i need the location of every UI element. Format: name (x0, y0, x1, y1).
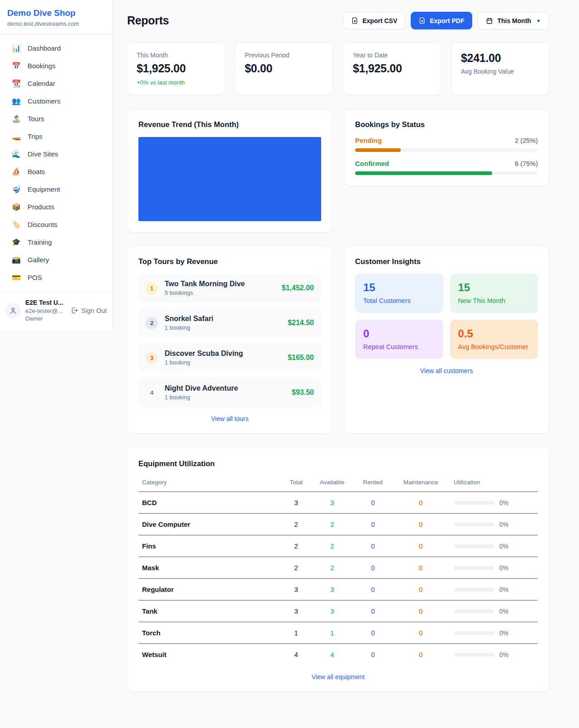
sidebar-item-tours[interactable]: 🏝️Tours (0, 110, 112, 128)
insight-value: 15 (458, 281, 530, 294)
stat-value: $1,925.00 (353, 62, 432, 75)
file-download-icon (351, 17, 358, 24)
sidebar-item-dive-sites[interactable]: 🌊Dive Sites (0, 145, 112, 163)
pos-icon: 💳 (12, 273, 21, 282)
user-name: E2E Test U... (25, 298, 63, 307)
tour-revenue: $214.50 (288, 319, 314, 327)
trips-icon: 🚤 (12, 132, 21, 141)
cell-utilization: 0% (450, 557, 538, 579)
cell-total: 1 (282, 622, 310, 644)
column-header: Total (282, 474, 310, 492)
stat-value: $0.00 (245, 62, 323, 75)
avatar (5, 303, 21, 318)
sign-out-icon (71, 307, 78, 314)
table-row: Torch11000% (138, 622, 538, 644)
column-header: Category (138, 474, 282, 492)
rank-badge: 2 (146, 317, 158, 329)
cell-available: 2 (310, 557, 355, 579)
sidebar-item-gallery[interactable]: 📸Gallery (0, 251, 112, 269)
utilization-percent: 0% (499, 564, 508, 572)
tour-bookings: 1 booking (165, 324, 214, 331)
cell-total: 2 (282, 535, 310, 557)
brand: Demo Dive Shop demo.test.divestreams.com (0, 0, 112, 33)
status-count: 6 (75%) (515, 160, 538, 167)
cell-utilization: 0% (450, 492, 538, 514)
cell-rented: 0 (354, 622, 391, 644)
sign-out-button[interactable]: Sign Out (71, 307, 107, 314)
tour-bookings: 5 bookings (165, 289, 245, 296)
insight-tile: 0Repeat Customers (355, 320, 443, 359)
utilization-percent: 0% (499, 543, 508, 550)
sidebar-item-bookings[interactable]: 📅Bookings (0, 57, 112, 75)
utilization-percent: 0% (499, 608, 508, 615)
page-title: Reports (127, 14, 169, 27)
column-header: Maintenance (392, 474, 450, 492)
tour-bookings: 1 booking (165, 394, 238, 401)
customers-icon: 👥 (12, 97, 21, 105)
cell-total: 3 (282, 579, 310, 600)
sidebar-item-customers[interactable]: 👥Customers (0, 92, 112, 110)
stat-delta: +0% vs last month (137, 79, 215, 86)
sidebar-item-trips[interactable]: 🚤Trips (0, 128, 112, 145)
insight-tile: 0.5Avg Bookings/Customer (450, 320, 538, 359)
sidebar-item-discounts[interactable]: 🏷️Discounts (0, 216, 112, 233)
cell-maintenance: 0 (392, 644, 450, 666)
shop-name: Demo Dive Shop (7, 8, 105, 18)
equipment-icon: 🤿 (12, 185, 21, 194)
utilization-bar (454, 631, 494, 635)
utilization-percent: 0% (499, 629, 508, 637)
utilization-bar (454, 588, 494, 591)
sidebar-item-dashboard[interactable]: 📊Dashboard (0, 39, 112, 57)
status-label: Pending (355, 137, 382, 144)
boats-icon: ⛵ (12, 167, 21, 176)
utilization-bar (454, 544, 494, 548)
sidebar-item-boats[interactable]: ⛵Boats (0, 163, 112, 180)
customer-insights-card: Customer Insights 15Total Customers15New… (344, 246, 549, 434)
cell-category: Tank (138, 600, 282, 622)
export-pdf-label: Export PDF (430, 17, 464, 24)
utilization-wrap: 0% (454, 499, 534, 506)
customer-insights-title: Customer Insights (355, 257, 538, 266)
equipment-utilization-title: Equipment Utilization (138, 459, 538, 468)
gallery-icon: 📸 (12, 255, 21, 264)
sidebar-item-equipment[interactable]: 🤿Equipment (0, 180, 112, 198)
tour-row[interactable]: 4Night Dive Adventure1 booking$93.50 (138, 378, 321, 407)
cell-available: 2 (310, 514, 355, 535)
tour-info: Two Tank Morning Dive5 bookings (165, 280, 245, 296)
utilization-percent: 0% (499, 586, 508, 593)
app-root: Demo Dive Shop demo.test.divestreams.com… (0, 0, 579, 710)
tour-row[interactable]: 1Two Tank Morning Dive5 bookings$1,452.0… (138, 274, 321, 303)
cell-total: 2 (282, 557, 310, 579)
cell-category: Torch (138, 622, 282, 644)
sidebar-item-label: Boats (28, 168, 45, 175)
sidebar-item-pos[interactable]: 💳POS (0, 269, 112, 286)
view-all-equipment-link[interactable]: View all equipment (138, 673, 538, 681)
stat-label: Avg Booking Value (461, 68, 540, 75)
cell-rented: 0 (354, 600, 391, 622)
stat-label: This Month (137, 52, 215, 59)
sidebar: Demo Dive Shop demo.test.divestreams.com… (0, 0, 113, 331)
tour-row[interactable]: 2Snorkel Safari1 booking$214.50 (138, 308, 321, 337)
view-all-tours-link[interactable]: View all tours (138, 415, 321, 422)
period-dropdown[interactable]: This Month ▼ (478, 12, 549, 29)
status-progress-fill (355, 148, 401, 152)
sidebar-item-calendar[interactable]: 📆Calendar (0, 75, 112, 92)
table-row: Regulator33000% (138, 579, 538, 600)
sidebar-item-label: Calendar (28, 80, 55, 87)
bookings-by-status-title: Bookings by Status (355, 120, 538, 129)
tour-bookings: 1 booking (165, 359, 243, 366)
stat-label: Year to Date (353, 52, 432, 59)
discounts-icon: 🏷️ (12, 220, 21, 229)
cell-total: 3 (282, 600, 310, 622)
cell-available: 3 (310, 492, 355, 514)
sidebar-item-products[interactable]: 📦Products (0, 198, 112, 216)
tour-row[interactable]: 3Discover Scuba Diving1 booking$165.00 (138, 343, 321, 372)
export-csv-button[interactable]: Export CSV (343, 12, 405, 29)
sidebar-item-label: Equipment (28, 185, 60, 193)
view-all-customers-link[interactable]: View all customers (355, 367, 538, 374)
tour-name: Snorkel Safari (165, 315, 214, 323)
sidebar-item-training[interactable]: 🎓Training (0, 233, 112, 251)
tour-name: Two Tank Morning Dive (165, 280, 245, 288)
status-head: Confirmed6 (75%) (355, 160, 538, 167)
export-pdf-button[interactable]: Export PDF (411, 12, 472, 29)
